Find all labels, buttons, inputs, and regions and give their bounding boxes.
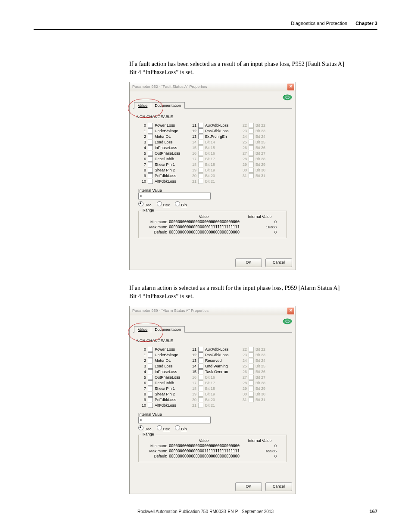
bit-checkbox[interactable] [198, 386, 203, 391]
bit-checkbox[interactable] [249, 352, 254, 358]
bit-checkbox[interactable] [198, 145, 203, 150]
radio-hex[interactable] [157, 425, 162, 430]
bit-checkbox[interactable] [249, 156, 254, 162]
ok-button[interactable]: OK [235, 258, 262, 267]
radio-hex[interactable] [157, 201, 162, 206]
bit-checkbox[interactable] [148, 369, 153, 374]
bit-checkbox[interactable] [249, 151, 254, 156]
help-icon[interactable] [283, 94, 292, 100]
bit-checkbox[interactable] [249, 375, 254, 380]
bit-checkbox[interactable] [249, 145, 254, 150]
bit-label: Bit 28 [255, 381, 265, 385]
bit-checkbox[interactable] [249, 364, 254, 369]
bit-checkbox[interactable] [148, 162, 153, 167]
bit-checkbox[interactable] [148, 347, 153, 352]
tab-documentation[interactable]: Documentation [151, 326, 185, 333]
tab-value[interactable]: Value [134, 326, 151, 333]
bit-label: Shear Pin 2 [155, 168, 175, 172]
radio-dec[interactable] [138, 201, 143, 206]
bit-checkbox[interactable] [249, 397, 254, 402]
ok-button[interactable]: OK [235, 482, 262, 491]
bit-checkbox[interactable] [198, 151, 203, 156]
bit-checkbox[interactable] [249, 173, 254, 178]
bit-checkbox[interactable] [148, 364, 153, 369]
bit-checkbox[interactable] [198, 369, 203, 374]
bit-label: OutPhaseLoss [155, 151, 180, 156]
cancel-button[interactable]: Cancel [265, 482, 292, 491]
bit-checkbox[interactable] [198, 168, 203, 173]
bit-checkbox[interactable] [249, 128, 254, 134]
bit-checkbox[interactable] [198, 123, 203, 128]
bit-checkbox[interactable] [198, 347, 203, 352]
bit-number: 2 [139, 134, 146, 139]
bit-checkbox[interactable] [249, 358, 254, 363]
range-row: Minimum:00000000000000000000000000000000… [141, 220, 284, 224]
bit-checkbox[interactable] [148, 386, 153, 391]
bit-checkbox[interactable] [148, 128, 153, 134]
bit-row: 30Bit 30 [240, 391, 290, 397]
tab-value[interactable]: Value [134, 102, 151, 109]
bit-checkbox[interactable] [148, 358, 153, 363]
bit-checkbox[interactable] [198, 156, 203, 162]
bit-checkbox[interactable] [148, 375, 153, 380]
bit-checkbox[interactable] [148, 123, 153, 128]
bit-checkbox[interactable] [249, 134, 254, 139]
bit-checkbox[interactable] [249, 392, 254, 397]
bit-number: 14 [190, 364, 196, 368]
bit-label: Bit 24 [255, 358, 265, 363]
bit-checkbox[interactable] [148, 392, 153, 397]
bit-checkbox[interactable] [148, 380, 153, 386]
bit-checkbox[interactable] [198, 140, 203, 145]
bit-checkbox[interactable] [198, 358, 203, 363]
tab-documentation[interactable]: Documentation [151, 102, 185, 109]
radio-bin[interactable] [175, 425, 180, 430]
bit-checkbox[interactable] [148, 179, 153, 184]
range-label: Maximum: [141, 225, 169, 229]
bit-checkbox[interactable] [148, 151, 153, 156]
bit-checkbox[interactable] [249, 162, 254, 167]
bit-checkbox[interactable] [148, 403, 153, 408]
bit-checkbox[interactable] [148, 352, 153, 358]
bit-checkbox[interactable] [148, 140, 153, 145]
bit-number: 1 [139, 353, 146, 357]
bit-checkbox[interactable] [198, 179, 203, 184]
radio-bin[interactable] [175, 201, 180, 206]
bit-checkbox[interactable] [198, 403, 203, 408]
bit-checkbox[interactable] [148, 156, 153, 162]
bit-checkbox[interactable] [198, 352, 203, 358]
cancel-button[interactable]: Cancel [265, 258, 292, 267]
bit-checkbox[interactable] [198, 392, 203, 397]
bit-checkbox[interactable] [198, 397, 203, 402]
bit-checkbox[interactable] [249, 380, 254, 386]
help-icon[interactable] [283, 318, 292, 324]
bit-checkbox[interactable] [198, 364, 203, 369]
bit-checkbox[interactable] [249, 369, 254, 374]
bit-checkbox[interactable] [249, 140, 254, 145]
bit-label: Bit 22 [255, 347, 265, 352]
bit-checkbox[interactable] [148, 397, 153, 402]
bit-checkbox[interactable] [249, 386, 254, 391]
bit-checkbox[interactable] [249, 168, 254, 173]
paragraph-1: If a fault action has been selected as a… [129, 60, 345, 77]
radio-dec[interactable] [138, 425, 143, 430]
page-number: 167 [370, 509, 377, 514]
bit-checkbox[interactable] [198, 375, 203, 380]
close-icon[interactable]: ✕ [287, 83, 295, 91]
close-icon[interactable]: ✕ [287, 307, 295, 315]
bit-checkbox[interactable] [249, 123, 254, 128]
range-header-value: Value [167, 439, 240, 443]
bit-checkbox[interactable] [148, 173, 153, 178]
bit-checkbox[interactable] [148, 145, 153, 150]
internal-value-field[interactable]: 0 [138, 193, 211, 199]
bit-checkbox[interactable] [198, 380, 203, 386]
bit-checkbox[interactable] [198, 128, 203, 134]
bit-checkbox[interactable] [148, 134, 153, 139]
bit-checkbox[interactable] [198, 134, 203, 139]
internal-value-field[interactable]: 0 [138, 417, 211, 423]
bit-checkbox[interactable] [198, 173, 203, 178]
bit-checkbox[interactable] [148, 168, 153, 173]
bit-checkbox[interactable] [198, 162, 203, 167]
bit-checkbox[interactable] [249, 347, 254, 352]
bit-number: 27 [240, 151, 247, 156]
titlebar: Parameter 959 - "Alarm Status A" Propert… [130, 306, 296, 315]
